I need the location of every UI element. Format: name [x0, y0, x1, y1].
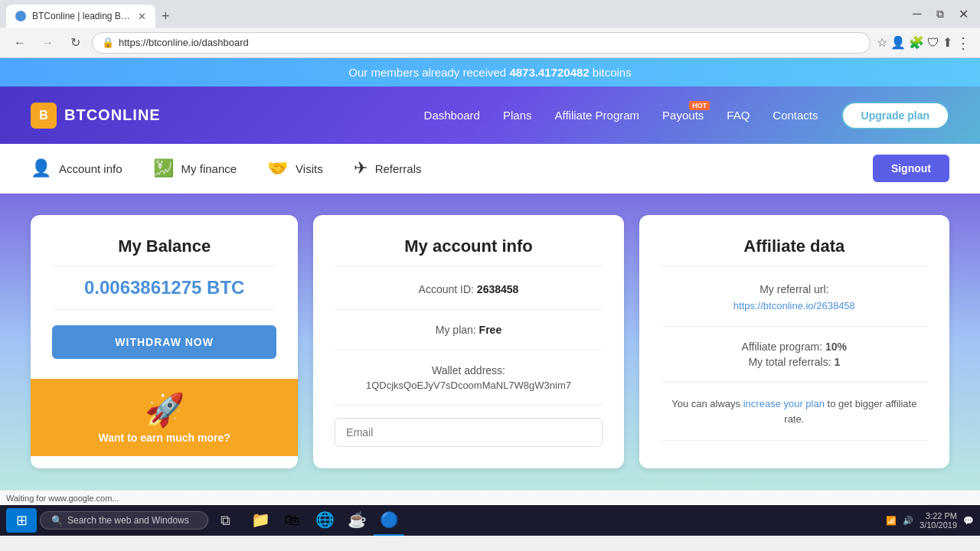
signout-button[interactable]: Signout [873, 155, 949, 182]
sub-nav: 👤 Account info 💹 My finance 🤝 Visits ✈ R… [0, 144, 980, 194]
email-input[interactable] [335, 418, 602, 447]
extensions-button[interactable]: 🧩 [909, 35, 924, 50]
status-text: Waiting for www.google.com... [6, 494, 119, 503]
visits-icon: 🤝 [267, 158, 288, 178]
taskbar-app-store[interactable]: 🛍 [277, 505, 308, 536]
withdraw-button[interactable]: WITHDRAW NOW [52, 325, 276, 359]
logo-text: BTCONLINE [64, 106, 161, 124]
taskbar-app-ie[interactable]: 🌐 [309, 505, 340, 536]
sub-nav-visits[interactable]: 🤝 Visits [267, 158, 323, 178]
account-divider3 [335, 350, 602, 350]
account-card-title: My account info [335, 236, 602, 256]
nav-faq[interactable]: FAQ [727, 109, 750, 122]
shield-button[interactable]: 🛡 [927, 36, 939, 50]
taskbar-search[interactable]: 🔍 Search the web and Windows [40, 511, 208, 530]
restore-button[interactable]: ⧉ [929, 3, 951, 24]
account-divider2 [335, 309, 602, 310]
upgrade-plan-button[interactable]: Upgrade plan [841, 102, 949, 129]
payouts-label: Payouts [662, 109, 704, 122]
notification-bar: Our members already received 4873.417204… [0, 58, 980, 86]
promo-text-before: You can always [671, 398, 743, 409]
notif-text-before: Our members already received [348, 66, 509, 79]
tab-close-icon[interactable]: ✕ [138, 11, 146, 22]
balance-divider [52, 266, 276, 266]
taskbar-right: 📶 🔊 3:22 PM 3/10/2019 💬 [886, 511, 974, 530]
back-button[interactable]: ← [9, 32, 31, 54]
referrals-count-label: My total referrals: [748, 356, 834, 368]
main-header: B BTCONLINE Dashboard Plans Affiliate Pr… [0, 86, 980, 144]
taskbar-date-value: 3/10/2019 [920, 520, 957, 530]
active-tab[interactable]: BTConline | leading Bitcoin minin... ✕ [6, 5, 155, 28]
taskbar-notification-icon: 💬 [963, 516, 974, 526]
minimize-button[interactable]: ─ [906, 3, 928, 24]
sub-nav-my-finance[interactable]: 💹 My finance [153, 158, 237, 178]
affiliate-program-value: 10% [825, 341, 847, 353]
account-id-value: 2638458 [477, 283, 519, 295]
search-icon: 🔍 [51, 515, 63, 526]
tab-title: BTConline | leading Bitcoin minin... [32, 11, 132, 21]
menu-button[interactable]: ⋮ [956, 34, 971, 52]
main-content: My Balance 0.0063861275 BTC WITHDRAW NOW… [0, 194, 980, 490]
taskbar-wifi-icon: 📶 [886, 516, 897, 526]
affiliate-program-section: Affiliate program: 10% My total referral… [661, 333, 928, 376]
referrals-count-value: 1 [834, 356, 840, 368]
account-divider4 [335, 405, 602, 406]
taskbar-sound-icon: 🔊 [903, 516, 913, 526]
affiliate-card-title: Affiliate data [661, 236, 928, 256]
referral-url-label: My referral url: [661, 283, 928, 295]
visits-label: Visits [296, 162, 323, 175]
rocket-text: Want to earn much more? [99, 432, 230, 444]
logo[interactable]: B BTCONLINE [31, 103, 161, 129]
sub-nav-account-info[interactable]: 👤 Account info [31, 158, 122, 178]
forward-button[interactable]: → [37, 32, 58, 54]
notif-text-after: bitcoins [593, 66, 632, 79]
main-nav: Dashboard Plans Affiliate Program Payout… [424, 102, 949, 129]
balance-amount: 0.0063861275 BTC [52, 277, 276, 298]
sub-nav-referrals[interactable]: ✈ Referrals [354, 158, 422, 178]
referrals-icon: ✈ [354, 158, 368, 178]
url-text: https://btconline.io/dashboard [119, 37, 249, 48]
tab-favicon [15, 11, 26, 21]
account-info-card: My account info Account ID: 2638458 My p… [313, 215, 623, 468]
account-id-row: Account ID: 2638458 [335, 276, 602, 303]
referrals-label: Referrals [375, 162, 422, 175]
referral-url-section: My referral url: https://btconline.io/26… [661, 276, 928, 320]
account-info-icon: 👤 [31, 158, 51, 178]
rocket-icon: 🚀 [145, 391, 185, 429]
nav-dashboard[interactable]: Dashboard [424, 109, 480, 122]
balance-card: My Balance 0.0063861275 BTC WITHDRAW NOW… [31, 215, 298, 468]
nav-affiliate[interactable]: Affiliate Program [555, 109, 640, 122]
sync-button[interactable]: ⬆ [942, 35, 952, 50]
my-finance-icon: 💹 [153, 158, 174, 178]
my-finance-label: My finance [181, 162, 237, 175]
new-tab-button[interactable]: + [155, 5, 176, 28]
taskbar-app-chrome[interactable]: 🔵 [374, 505, 404, 536]
nav-payouts[interactable]: Payouts HOT [662, 109, 704, 122]
account-divider1 [335, 266, 602, 266]
nav-contacts[interactable]: Contacts [773, 109, 818, 122]
account-id-label: Account ID: [419, 283, 477, 295]
notif-amount: 4873.41720482 [509, 66, 589, 79]
aff-divider4 [661, 440, 928, 441]
taskbar-search-text: Search the web and Windows [67, 515, 189, 526]
task-view-button[interactable]: ⧉ [211, 507, 239, 534]
plan-label: My plan: [436, 324, 479, 336]
logo-icon: B [31, 103, 57, 129]
taskbar-app-explorer[interactable]: 📁 [245, 505, 276, 536]
taskbar-app-java[interactable]: ☕ [341, 505, 372, 536]
wallet-value: 1QDcjksQoEJyV7sDcoomMaNL7W8gW3nim7 [335, 380, 602, 391]
reload-button[interactable]: ↻ [64, 32, 86, 54]
increase-plan-link[interactable]: increase your plan [743, 398, 825, 409]
referral-url-link[interactable]: https://btconline.io/2638458 [733, 300, 855, 311]
bookmark-button[interactable]: ☆ [877, 35, 887, 50]
plan-value: Free [479, 324, 502, 336]
profile-button[interactable]: 👤 [890, 35, 906, 50]
start-button[interactable]: ⊞ [6, 508, 37, 533]
nav-plans[interactable]: Plans [503, 109, 532, 122]
close-button[interactable]: ✕ [952, 3, 974, 24]
address-bar[interactable]: 🔒 https://btconline.io/dashboard [92, 32, 871, 54]
taskbar-time-value: 3:22 PM [920, 511, 957, 520]
balance-card-title: My Balance [52, 236, 276, 256]
account-info-label: Account info [59, 162, 122, 175]
affiliate-card: Affiliate data My referral url: https://… [639, 215, 949, 468]
